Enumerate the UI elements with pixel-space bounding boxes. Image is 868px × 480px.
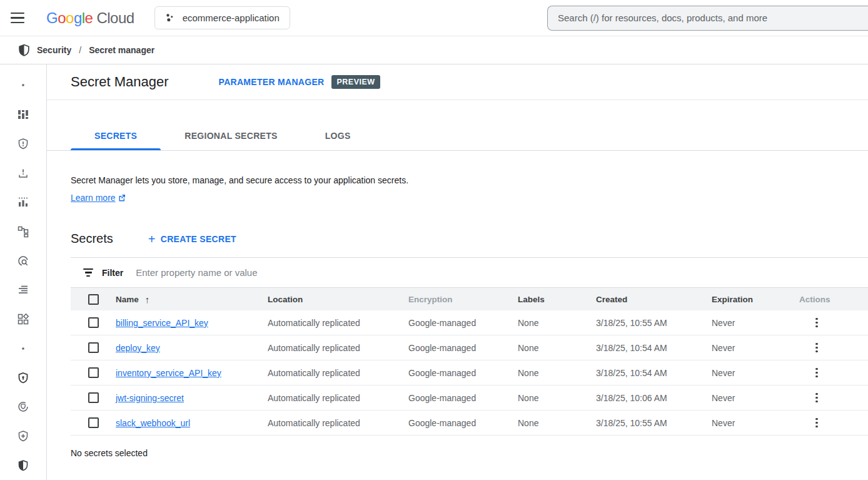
search-scan-icon[interactable] <box>0 246 46 275</box>
table-row: deploy_key Automatically replicated Goog… <box>71 335 868 360</box>
sort-ascending-icon: ↑ <box>145 294 150 305</box>
row-checkbox[interactable] <box>88 342 99 353</box>
search-input[interactable] <box>558 13 858 23</box>
cell-encryption: Google-managed <box>408 393 518 403</box>
select-all-checkbox[interactable] <box>88 294 99 305</box>
cell-labels: None <box>518 318 596 328</box>
preview-badge: PREVIEW <box>331 75 380 89</box>
breadcrumb-separator: / <box>79 45 81 55</box>
row-actions-menu-icon[interactable] <box>815 368 818 378</box>
cell-location: Automatically replicated <box>268 318 408 328</box>
nav-dot-icon[interactable] <box>0 71 46 100</box>
page-description-block: Secret Manager lets you store, manage, a… <box>47 175 868 204</box>
cell-location: Automatically replicated <box>268 418 408 428</box>
secrets-heading: Secrets <box>71 232 113 246</box>
row-actions-menu-icon[interactable] <box>815 318 818 328</box>
secret-link[interactable]: deploy_key <box>116 343 160 353</box>
filter-input[interactable] <box>136 267 868 278</box>
cell-expiration: Never <box>712 343 799 353</box>
shield-keyhole-icon[interactable] <box>0 363 46 392</box>
row-checkbox[interactable] <box>88 417 99 428</box>
tab-secrets[interactable]: SECRETS <box>71 121 161 150</box>
cell-location: Automatically replicated <box>268 393 408 403</box>
create-secret-label: CREATE SECRET <box>161 234 236 244</box>
row-checkbox[interactable] <box>88 317 99 328</box>
cell-labels: None <box>518 368 596 378</box>
cell-location: Automatically replicated <box>268 343 408 353</box>
cell-expiration: Never <box>712 318 799 328</box>
tab-regional-secrets[interactable]: REGIONAL SECRETS <box>161 121 301 150</box>
menu-icon[interactable] <box>0 13 35 24</box>
breadcrumb-security[interactable]: Security <box>37 45 71 55</box>
cell-created: 3/18/25, 10:55 AM <box>596 318 712 328</box>
secrets-toolbar: Secrets + CREATE SECRET <box>47 232 868 246</box>
column-header-labels: Labels <box>518 295 596 304</box>
table-row: billing_service_API_key Automatically re… <box>71 310 868 335</box>
security-shield-icon <box>18 44 31 57</box>
nav-dot-icon[interactable] <box>0 334 46 363</box>
project-name: ecommerce-application <box>183 13 280 23</box>
cell-labels: None <box>518 343 596 353</box>
row-checkbox[interactable] <box>88 367 99 378</box>
google-cloud-logo[interactable]: Google Cloud <box>46 9 134 27</box>
learn-more-link[interactable]: Learn more <box>71 192 126 205</box>
column-header-location: Location <box>268 295 408 304</box>
tab-logs[interactable]: LOGS <box>301 121 375 150</box>
secret-link[interactable]: inventory_service_API_key <box>116 368 221 378</box>
cell-location: Automatically replicated <box>268 368 408 378</box>
external-link-icon <box>118 194 126 202</box>
bar-chart-icon[interactable] <box>0 188 46 217</box>
filter-bar[interactable]: Filter <box>71 258 868 288</box>
column-label-name: Name <box>116 295 139 304</box>
cell-encryption: Google-managed <box>408 418 518 428</box>
shield-exclamation-icon[interactable] <box>0 129 46 158</box>
project-icon <box>165 13 176 24</box>
secret-link[interactable]: jwt-signing-secret <box>116 393 184 403</box>
circle-shield-icon[interactable] <box>0 392 46 422</box>
main-content: Secret Manager PARAMETER MANAGER PREVIEW… <box>47 64 868 480</box>
plus-icon: + <box>148 233 156 245</box>
cloud-wordmark: Cloud <box>96 9 134 27</box>
breadcrumb: Security / Secret manager <box>0 36 868 64</box>
secrets-table: Filter Name ↑ Location Encryption Labels… <box>71 257 868 436</box>
top-bar: Google Cloud ecommerce-application <box>0 0 868 36</box>
table-row: slack_webhook_url Automatically replicat… <box>71 411 868 436</box>
column-header-created: Created <box>596 295 712 304</box>
column-header-expiration: Expiration <box>712 295 799 304</box>
secret-link[interactable]: billing_service_API_key <box>116 318 208 328</box>
row-actions-menu-icon[interactable] <box>815 393 818 403</box>
secret-link[interactable]: slack_webhook_url <box>116 418 190 428</box>
cell-labels: None <box>518 418 596 428</box>
column-header-actions: Actions <box>799 295 868 304</box>
search-box[interactable] <box>547 6 868 31</box>
page-header: Secret Manager PARAMETER MANAGER PREVIEW <box>47 64 868 100</box>
column-header-name[interactable]: Name ↑ <box>116 294 268 305</box>
left-nav-sidebar <box>0 64 47 480</box>
breadcrumb-secret-manager: Secret manager <box>89 45 154 55</box>
connected-nodes-icon[interactable] <box>0 217 46 247</box>
row-actions-menu-icon[interactable] <box>815 343 818 353</box>
cell-encryption: Google-managed <box>408 318 518 328</box>
table-row: jwt-signing-secret Automatically replica… <box>71 386 868 411</box>
parameter-manager-link[interactable]: PARAMETER MANAGER <box>219 77 325 87</box>
table-header-row: Name ↑ Location Encryption Labels Create… <box>71 288 868 310</box>
create-secret-button[interactable]: + CREATE SECRET <box>148 233 236 245</box>
cell-created: 3/18/25, 10:55 AM <box>596 418 712 428</box>
blocks-diamond-icon[interactable] <box>0 305 46 334</box>
cell-expiration: Never <box>712 393 799 403</box>
cell-expiration: Never <box>712 418 799 428</box>
tab-bar: SECRETS REGIONAL SECRETS LOGS <box>47 121 868 151</box>
row-actions-menu-icon[interactable] <box>815 418 818 428</box>
page-title: Secret Manager <box>71 74 169 90</box>
cell-encryption: Google-managed <box>408 343 518 353</box>
shield-half-icon[interactable] <box>0 451 46 480</box>
filter-label: Filter <box>102 268 123 278</box>
filter-icon <box>83 268 93 277</box>
google-wordmark: Google <box>46 9 93 27</box>
tray-alert-icon[interactable] <box>0 158 46 188</box>
shield-plus-icon[interactable] <box>0 422 46 451</box>
project-selector[interactable]: ecommerce-application <box>154 6 290 29</box>
blocks-bars-icon[interactable] <box>0 100 46 130</box>
list-lines-icon[interactable] <box>0 275 46 305</box>
row-checkbox[interactable] <box>88 392 99 403</box>
